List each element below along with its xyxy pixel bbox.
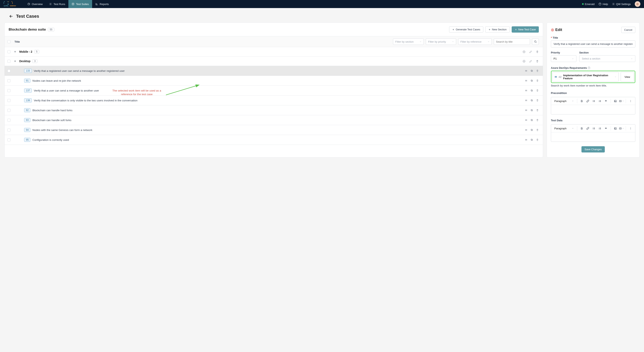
more-button[interactable] <box>628 126 633 131</box>
brand[interactable]: quality watcher <box>4 1 18 7</box>
copy-icon[interactable] <box>530 128 533 131</box>
workspace-switcher[interactable]: Emerald <box>582 2 594 6</box>
bold-button[interactable] <box>579 98 584 104</box>
drag-icon[interactable] <box>525 138 528 141</box>
number-list-button[interactable]: 123 <box>597 98 602 104</box>
row-checkbox[interactable] <box>8 99 10 102</box>
block-type-select[interactable]: Paragraph <box>553 99 575 104</box>
test-case-row[interactable]: 91 Nodes can leave and re-join the netwo… <box>5 76 543 86</box>
drag-icon[interactable] <box>525 99 528 102</box>
number-list-button[interactable]: 123 <box>597 126 602 131</box>
quote-button[interactable] <box>603 98 608 104</box>
test-case-row[interactable]: 137 Verify that a user can send a messag… <box>5 86 543 96</box>
nav-overview[interactable]: Overview <box>24 0 46 8</box>
generate-test-cases-button[interactable]: Generate Test Cases <box>449 26 483 32</box>
copy-icon[interactable] <box>530 138 533 141</box>
row-checkbox[interactable] <box>8 128 10 132</box>
trash-icon[interactable] <box>536 79 539 82</box>
title-input[interactable] <box>551 40 635 48</box>
nav-test-suites[interactable]: Test Suites <box>68 0 92 8</box>
rte-body[interactable] <box>551 132 635 142</box>
trash-icon[interactable] <box>536 99 539 102</box>
image-button[interactable] <box>613 126 618 131</box>
block-type-select[interactable]: Paragraph <box>553 126 575 131</box>
video-button[interactable] <box>619 126 624 131</box>
trash-icon[interactable] <box>536 119 539 122</box>
copy-icon[interactable] <box>530 79 533 82</box>
bold-button[interactable] <box>579 126 584 131</box>
azure-work-item-select[interactable]: #2 Implementation of User Registration F… <box>552 72 619 82</box>
copy-icon[interactable] <box>530 109 533 112</box>
priority-select[interactable]: P1 <box>551 55 576 62</box>
add-circle-icon[interactable] <box>522 60 526 63</box>
section-checkbox[interactable] <box>8 50 10 53</box>
bullet-list-button[interactable] <box>591 126 596 131</box>
drag-icon[interactable] <box>525 70 528 72</box>
help-link[interactable]: Help <box>598 2 608 6</box>
filter-section-select[interactable]: Filter by section <box>393 38 424 45</box>
svg-point-35 <box>593 102 593 102</box>
link-button[interactable] <box>585 98 590 104</box>
copy-icon[interactable] <box>530 99 533 102</box>
nav-reports[interactable]: Reports <box>92 0 112 8</box>
test-case-row[interactable]: 92 Blockchain can handle hard forks <box>5 106 543 115</box>
video-button[interactable] <box>619 98 624 104</box>
section-select[interactable]: Select a section <box>579 55 635 62</box>
test-case-row[interactable]: 133 Verify that a registered user can se… <box>5 66 543 76</box>
test-case-row[interactable]: 95 Configuration is correctly used <box>5 135 543 145</box>
view-button[interactable]: View <box>621 72 634 82</box>
drag-icon[interactable] <box>525 128 528 131</box>
close-circle-icon[interactable] <box>551 28 554 32</box>
search-button[interactable] <box>532 38 539 45</box>
section-checkbox[interactable] <box>8 60 10 63</box>
trash-icon[interactable] <box>536 109 539 112</box>
image-button[interactable] <box>613 98 618 104</box>
expand-icon[interactable] <box>14 60 16 62</box>
info-icon[interactable] <box>588 66 590 69</box>
edit-icon[interactable] <box>529 60 532 63</box>
trash-icon[interactable] <box>536 70 539 72</box>
drag-icon[interactable] <box>525 89 528 92</box>
nav-test-runs[interactable]: Test Runs <box>46 0 68 8</box>
expand-icon[interactable] <box>14 50 16 53</box>
copy-icon[interactable] <box>530 70 533 72</box>
row-checkbox[interactable] <box>8 79 10 82</box>
row-checkbox[interactable] <box>8 70 10 72</box>
add-circle-icon[interactable] <box>522 50 526 53</box>
test-case-row[interactable]: 94 Nodes with the same Genesis can form … <box>5 125 543 135</box>
rte-body[interactable] <box>551 105 635 114</box>
copy-icon[interactable] <box>530 89 533 92</box>
bullet-list-button[interactable] <box>591 98 596 104</box>
new-section-button[interactable]: New Section <box>485 26 510 32</box>
trash-icon[interactable] <box>536 128 539 131</box>
trash-icon[interactable] <box>536 138 539 141</box>
filter-reference-select[interactable]: Filter by reference <box>458 38 492 45</box>
row-checkbox[interactable] <box>8 138 10 142</box>
drag-icon[interactable] <box>525 79 528 82</box>
row-checkbox[interactable] <box>8 109 10 112</box>
save-changes-button[interactable]: Save Changes <box>582 146 604 152</box>
quote-button[interactable] <box>603 126 608 131</box>
avatar[interactable]: D <box>635 1 640 7</box>
row-checkbox[interactable] <box>8 119 10 122</box>
trash-icon[interactable] <box>536 50 539 53</box>
cancel-button[interactable]: Cancel <box>621 27 635 33</box>
more-button[interactable] <box>628 98 633 104</box>
settings-link[interactable]: QW Settings <box>612 2 631 6</box>
svg-rect-12 <box>531 70 532 72</box>
link-button[interactable] <box>585 126 590 131</box>
back-arrow-icon[interactable] <box>9 14 13 18</box>
search-input[interactable] <box>494 38 530 45</box>
trash-icon[interactable] <box>536 89 539 92</box>
copy-icon[interactable] <box>530 119 533 122</box>
select-all-checkbox[interactable] <box>8 40 10 43</box>
filter-priority-select[interactable]: Filter by priority <box>426 38 456 45</box>
trash-icon[interactable] <box>536 60 539 63</box>
drag-icon[interactable] <box>525 109 528 112</box>
new-test-case-button[interactable]: New Test Case <box>512 26 539 32</box>
test-case-row[interactable]: 93 Blockchain can handle soft forks <box>5 115 543 125</box>
drag-icon[interactable] <box>525 119 528 122</box>
edit-icon[interactable] <box>529 50 532 53</box>
test-case-row[interactable]: 138 Verify that the conversation is only… <box>5 96 543 106</box>
row-checkbox[interactable] <box>8 89 10 92</box>
